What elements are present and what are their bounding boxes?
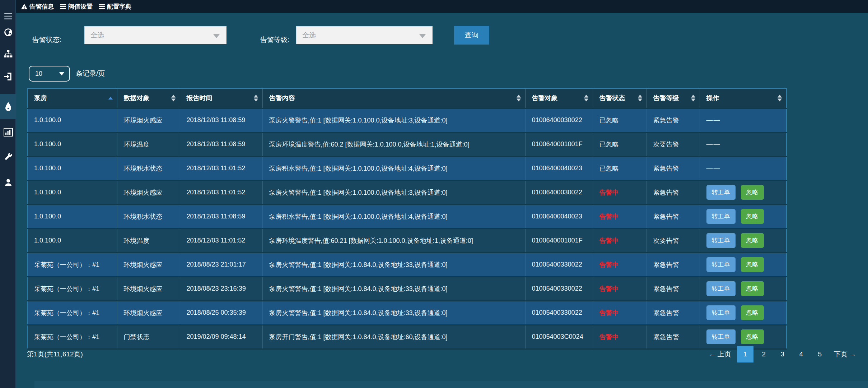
page-size-select[interactable]: 10 (29, 66, 70, 82)
cell-operation: 转工单 忽略 (700, 253, 787, 277)
cell-alarm-object: 0100640001001F (525, 132, 593, 156)
globe-icon[interactable] (0, 24, 16, 41)
wrench-icon[interactable] (0, 148, 16, 165)
cell-report-time: 2018/12/03 11:01:52 (180, 180, 262, 204)
ignore-button[interactable]: 忽略 (741, 209, 764, 224)
cell-pump-room: 1.0.100.0 (27, 204, 117, 228)
alarm-level-select[interactable]: 全选 (296, 26, 433, 44)
selected-value: 全选 (90, 31, 104, 40)
table-row: 1.0.100.0 环境温度 2018/12/03 11:08:59 泵房环境温… (27, 132, 787, 156)
sitemap-icon[interactable] (0, 46, 16, 62)
alarm-status-select[interactable]: 全选 (84, 26, 227, 44)
sort-icon (584, 95, 588, 102)
sort-icon (691, 95, 695, 102)
cell-pump-room: 1.0.100.0 (27, 108, 117, 132)
cell-alarm-status: 已忽略 (593, 108, 647, 132)
cell-operation: 转工单 忽略 (700, 204, 787, 228)
page-number-4[interactable]: 4 (793, 346, 809, 362)
transfer-ticket-button[interactable]: 转工单 (706, 233, 736, 248)
alarm-level-label: 告警等级: (260, 31, 289, 49)
cell-alarm-content: 泵房火警警告,值:1 [数据网关:1.0.84.0,设备地址:33,设备通道:0… (262, 301, 525, 325)
nav-threshold-settings[interactable]: 阀值设置 (60, 3, 93, 11)
col-header-alarm-content[interactable]: 告警内容 (262, 88, 525, 108)
col-header-data-object[interactable]: 数据对象 (117, 88, 180, 108)
ignore-button[interactable]: 忽略 (741, 305, 764, 320)
chevron-down-icon (59, 72, 64, 75)
cell-alarm-content: 泵房火警警告,值:1 [数据网关:1.0.84.0,设备地址:33,设备通道:0… (262, 277, 525, 301)
transfer-ticket-button[interactable]: 转工单 (706, 209, 736, 224)
transfer-ticket-button[interactable]: 转工单 (706, 329, 736, 344)
transfer-ticket-button[interactable]: 转工单 (706, 257, 736, 272)
cell-operation: —— (700, 108, 787, 132)
sort-asc-icon (108, 97, 113, 100)
cell-alarm-status: 告警中 (593, 204, 647, 228)
cell-alarm-content: 泵房积水警告,值:1 [数据网关:1.0.100.0,设备地址:4,设备通道:0… (262, 156, 525, 180)
ignore-button[interactable]: 忽略 (741, 329, 764, 344)
transfer-ticket-button[interactable]: 转工单 (706, 281, 736, 296)
ignore-button[interactable]: 忽略 (741, 257, 764, 272)
status-badge: 告警中 (599, 237, 619, 244)
menu-toggle-icon[interactable] (0, 8, 16, 24)
cell-alarm-status: 已忽略 (593, 156, 647, 180)
col-header-alarm-status[interactable]: 告警状态 (593, 88, 647, 108)
page-number-1[interactable]: 1 (737, 346, 753, 362)
main-content: 告警状态: 全选 告警等级: 全选 查询 10 条记录/页 泵房 数据对象 (17, 13, 868, 388)
page-summary: 第1页(共11,612页) (27, 350, 83, 359)
nav-config-dictionary[interactable]: 配置字典 (98, 3, 131, 11)
pagination-bar: 第1页(共11,612页) ← 上页 1 2 3 4 5 下页 → (27, 345, 860, 363)
table-row: 1.0.100.0 环境积水状态 2018/12/03 11:08:59 泵房积… (27, 204, 787, 228)
water-drop-icon[interactable] (0, 94, 16, 119)
col-header-alarm-level[interactable]: 告警等级 (647, 88, 700, 108)
page-number-5[interactable]: 5 (812, 346, 828, 362)
transfer-ticket-button[interactable]: 转工单 (706, 185, 736, 200)
cell-alarm-status: 告警中 (593, 301, 647, 325)
chevron-down-icon (419, 34, 426, 38)
cell-data-object: 环境烟火感应 (117, 301, 180, 325)
cell-alarm-level: 次要告警 (647, 132, 700, 156)
status-badge: 已忽略 (599, 117, 619, 124)
cell-alarm-content: 泵房火警警告,值:1 [数据网关:1.0.100.0,设备地址:3,设备通道:0… (262, 180, 525, 204)
cell-alarm-status: 告警中 (593, 228, 647, 253)
cell-alarm-object: 01005400330022 (525, 253, 593, 277)
col-header-pump-room[interactable]: 泵房 (27, 88, 117, 108)
status-badge: 告警中 (599, 261, 619, 268)
page-number-3[interactable]: 3 (774, 346, 791, 362)
transfer-ticket-button[interactable]: 转工单 (706, 305, 736, 320)
list-icon (60, 4, 66, 10)
page-size-label: 条记录/页 (76, 66, 105, 82)
status-badge: 告警中 (599, 189, 619, 196)
ignore-button[interactable]: 忽略 (741, 233, 764, 248)
cell-alarm-content: 泵房环境温度警告,值:60.2 [数据网关:1.0.100.0,设备地址:1,设… (262, 132, 525, 156)
cell-operation: 转工单 忽略 (700, 301, 787, 325)
cell-alarm-object: 01006400030022 (525, 180, 593, 204)
page-size-value: 10 (35, 70, 42, 78)
ignore-button[interactable]: 忽略 (741, 185, 764, 200)
cell-operation: —— (700, 132, 787, 156)
next-page-link[interactable]: 下页 → (830, 350, 860, 359)
bar-chart-icon[interactable] (0, 124, 16, 140)
col-header-alarm-object[interactable]: 告警对象 (525, 88, 593, 108)
cell-alarm-level: 紧急告警 (647, 253, 700, 277)
ignore-button[interactable]: 忽略 (741, 281, 764, 296)
col-header-operation[interactable]: 操作 (700, 88, 787, 108)
cell-alarm-status: 告警中 (593, 180, 647, 204)
user-icon[interactable] (0, 174, 16, 191)
prev-page-link[interactable]: ← 上页 (705, 350, 734, 359)
chevron-down-icon (213, 34, 220, 38)
top-nav-bar: 告警信息 阀值设置 配置字典 (0, 0, 868, 13)
cell-alarm-level: 紧急告警 (647, 156, 700, 180)
cell-alarm-content: 泵房积水警告,值:1 [数据网关:1.0.100.0,设备地址:4,设备通道:0… (262, 204, 525, 228)
no-action-dash: —— (706, 165, 721, 172)
cell-report-time: 2018/12/03 11:01:52 (180, 156, 262, 180)
status-badge: 告警中 (599, 333, 619, 341)
page-number-2[interactable]: 2 (756, 346, 772, 362)
cell-report-time: 2018/12/03 11:08:59 (180, 204, 262, 228)
sign-in-icon[interactable] (0, 68, 16, 85)
nav-alarm-info[interactable]: 告警信息 (21, 3, 54, 11)
cell-alarm-status: 告警中 (593, 253, 647, 277)
status-badge: 告警中 (599, 213, 619, 220)
no-action-dash: —— (706, 140, 721, 148)
col-header-report-time[interactable]: 报告时间 (180, 88, 262, 108)
cell-report-time: 2018/12/03 11:08:59 (180, 132, 262, 156)
query-button[interactable]: 查询 (454, 26, 489, 45)
